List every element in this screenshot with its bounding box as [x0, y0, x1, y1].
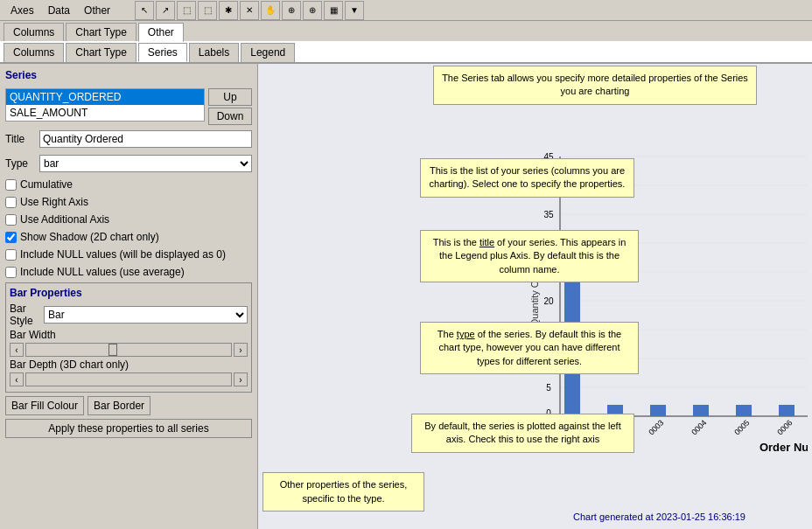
svg-text:5: 5 — [546, 383, 551, 393]
check-null-zero[interactable] — [5, 249, 17, 261]
right-panel: The Series tab allows you specify more d… — [258, 64, 812, 529]
tab-chart-type[interactable]: Chart Type — [66, 43, 136, 62]
toolbar-btn-1[interactable]: ↖ — [135, 1, 154, 20]
series-section-title: Series — [5, 69, 252, 81]
bottom-buttons: Bar Fill Colour Bar Border — [5, 396, 252, 415]
tab-row-2: Columns Chart Type Series Labels Legend — [0, 41, 812, 63]
tooltip-main: The Series tab allows you specify more d… — [433, 66, 757, 105]
check-shadow[interactable] — [5, 232, 17, 243]
series-list[interactable]: QUANTITY_ORDERED SALE_AMOUNT — [5, 88, 205, 122]
bar-style-label: Bar Style — [10, 303, 40, 327]
toolbar-btn-8[interactable]: ⊕ — [282, 1, 301, 20]
content-area: Series QUANTITY_ORDERED SALE_AMOUNT Up D… — [0, 63, 812, 529]
bar-qty-2 — [650, 405, 666, 416]
tab-data[interactable]: Chart Type — [66, 23, 136, 42]
toolbar-btn-7[interactable]: ✋ — [261, 1, 280, 20]
slider-left-btn[interactable]: ‹ — [10, 343, 24, 357]
depth-slider-right-btn[interactable]: › — [234, 372, 248, 386]
toolbar-btn-6[interactable]: ✕ — [240, 1, 259, 20]
tab-series[interactable]: Series — [138, 43, 187, 62]
bar-properties-section: Bar Properties Bar Style Bar Bar Width ‹… — [5, 282, 252, 393]
label-cumulative: Cumulative — [20, 178, 73, 191]
bar-style-select[interactable]: Bar — [44, 306, 248, 324]
label-shadow: Show Shadow (2D chart only) — [20, 231, 159, 243]
left-panel: Series QUANTITY_ORDERED SALE_AMOUNT Up D… — [0, 64, 258, 529]
depth-slider-left-btn[interactable]: ‹ — [10, 372, 24, 386]
toolbar-btn-11[interactable]: ▼ — [345, 1, 364, 20]
slider-track[interactable] — [25, 343, 232, 357]
type-row: Type bar — [5, 155, 252, 172]
check-additional-axis[interactable] — [5, 214, 17, 226]
label-null-avg: Include NULL values (use average) — [20, 266, 185, 278]
toolbar-btn-2[interactable]: ↗ — [156, 1, 175, 20]
checkbox-right-axis[interactable]: Use Right Axis — [5, 196, 252, 208]
check-null-avg[interactable] — [5, 267, 17, 278]
chart-generated: Chart generated at 2023-01-25 16:36:19 — [573, 512, 746, 522]
tooltip-other: Other properties of the series, specific… — [262, 472, 424, 512]
checkbox-null-avg[interactable]: Include NULL values (use average) — [5, 266, 252, 278]
type-select[interactable]: bar — [39, 155, 252, 172]
checkbox-shadow[interactable]: Show Shadow (2D chart only) — [5, 231, 252, 243]
tab-labels[interactable]: Labels — [189, 43, 239, 62]
series-item-0[interactable]: QUANTITY_ORDERED — [6, 89, 204, 105]
svg-text:0003: 0003 — [647, 418, 665, 436]
tab-legend[interactable]: Legend — [241, 43, 295, 62]
menu-other[interactable]: Other — [77, 3, 117, 18]
svg-text:0006: 0006 — [775, 418, 794, 436]
tooltip-series: This is the list of your series (columns… — [420, 158, 634, 198]
svg-text:20: 20 — [543, 296, 554, 306]
series-item-1[interactable]: SALE_AMOUNT — [6, 105, 204, 121]
title-row: Title — [5, 130, 252, 148]
label-additional-axis: Use Additional Axis — [20, 213, 109, 226]
slider-right-btn[interactable]: › — [234, 343, 248, 357]
svg-text:0005: 0005 — [732, 418, 751, 436]
tab-columns[interactable]: Columns — [4, 43, 64, 62]
type-label: Type — [5, 157, 36, 170]
svg-text:35: 35 — [543, 210, 554, 219]
bar-qty-4 — [736, 405, 752, 416]
tab-axes[interactable]: Columns — [4, 23, 64, 42]
slider-thumb[interactable] — [108, 344, 117, 356]
depth-slider-track[interactable] — [25, 372, 232, 386]
title-label: Title — [5, 133, 36, 145]
bar-depth-slider[interactable]: ‹ › — [10, 372, 248, 386]
menu-bar: Axes Data Other ↖ ↗ ⬚ ⬚ ✱ ✕ ✋ ⊕ ⊕ ▦ ▼ — [0, 0, 812, 21]
bar-width-label: Bar Width — [10, 329, 248, 341]
bar-prop-title: Bar Properties — [10, 287, 248, 299]
apply-all-btn[interactable]: Apply these properties to all series — [5, 419, 252, 438]
bar-depth-label: Bar Depth (3D chart only) — [10, 358, 248, 371]
check-cumulative[interactable] — [5, 179, 17, 191]
svg-text:0004: 0004 — [690, 418, 708, 436]
checkbox-additional-axis[interactable]: Use Additional Axis — [5, 213, 252, 226]
toolbar-btn-4[interactable]: ⬚ — [198, 1, 217, 20]
bar-width-slider[interactable]: ‹ › — [10, 343, 248, 357]
title-input[interactable] — [39, 130, 252, 148]
label-null-zero: Include NULL values (will be displayed a… — [20, 248, 226, 261]
tab-other[interactable]: Other — [138, 23, 184, 42]
toolbar-btn-10[interactable]: ▦ — [324, 1, 343, 20]
toolbar-btn-3[interactable]: ⬚ — [177, 1, 196, 20]
btn-up[interactable]: Up — [208, 88, 252, 106]
bar-qty-5 — [779, 405, 794, 416]
label-right-axis: Use Right Axis — [20, 196, 88, 208]
checkbox-null-zero[interactable]: Include NULL values (will be displayed a… — [5, 248, 252, 261]
check-right-axis[interactable] — [5, 197, 17, 208]
menu-axes[interactable]: Axes — [4, 3, 41, 18]
checkbox-cumulative[interactable]: Cumulative — [5, 178, 252, 191]
svg-text:Order Number: Order Number — [760, 441, 808, 454]
tooltip-type: The type of the series. By default this … — [420, 322, 639, 374]
toolbar-btn-5[interactable]: ✱ — [219, 1, 238, 20]
tab-row-1: Columns Chart Type Other — [0, 21, 812, 42]
fill-colour-btn[interactable]: Bar Fill Colour — [5, 396, 84, 415]
toolbar-btn-9[interactable]: ⊕ — [303, 1, 322, 20]
bar-border-btn[interactable]: Bar Border — [88, 396, 150, 415]
bar-style-row: Bar Style Bar — [10, 303, 248, 327]
tooltip-title: This is the title of your series. This a… — [420, 230, 639, 282]
bar-qty-3 — [693, 405, 709, 416]
tooltip-axis: By default, the series is plotted agains… — [411, 414, 634, 453]
btn-down[interactable]: Down — [208, 108, 252, 125]
menu-data[interactable]: Data — [41, 3, 77, 18]
